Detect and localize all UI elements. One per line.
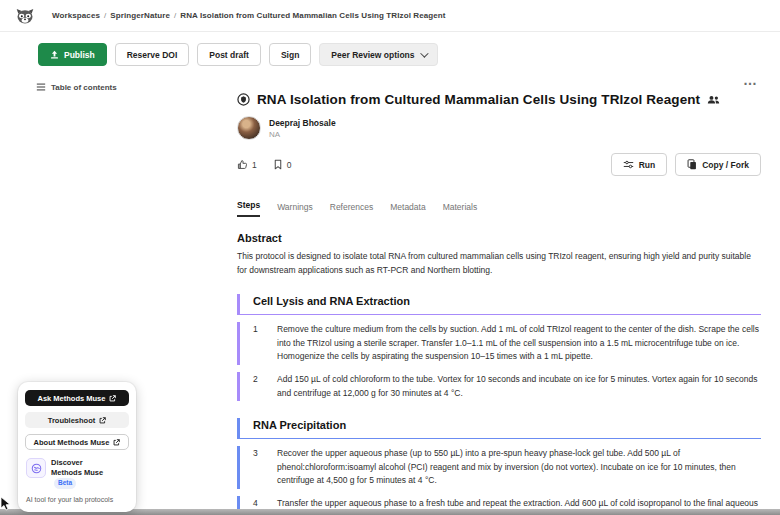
author-avatar (237, 116, 261, 140)
post-draft-button[interactable]: Post draft (197, 43, 261, 66)
discover-line2: Methods Muse (51, 468, 103, 477)
discover-line2-row: Methods MuseBeta (51, 468, 128, 489)
collaborators-icon (707, 94, 720, 105)
breadcrumb-workspace-name[interactable]: SpringerNature (110, 11, 170, 20)
about-methods-muse-label: About Methods Muse (34, 438, 110, 447)
upload-icon (50, 50, 59, 59)
bookmark-button[interactable]: 0 (273, 159, 292, 170)
sign-button[interactable]: Sign (269, 43, 311, 66)
protocol-status-icon (237, 93, 250, 106)
copy-fork-button[interactable]: Copy / Fork (675, 153, 761, 176)
thumbs-up-icon (237, 159, 248, 170)
tab-steps[interactable]: Steps (237, 200, 260, 217)
muse-caption: AI tool for your lab protocols (25, 495, 129, 505)
abstract-section: Abstract This protocol is designed to is… (237, 232, 761, 277)
discover-methods-muse[interactable]: Discover Methods MuseBeta (25, 456, 129, 489)
step-row: 1 Remove the culture medium from the cel… (237, 322, 761, 365)
copy-icon (687, 159, 697, 170)
tab-bar: Steps Warnings References Metadata Mater… (237, 200, 761, 217)
peer-review-options-button[interactable]: Peer Review options (319, 43, 437, 66)
raccoon-logo-icon[interactable] (14, 5, 36, 27)
post-draft-label: Post draft (209, 50, 249, 60)
sliders-icon (623, 160, 634, 169)
breadcrumb-workspaces[interactable]: Workspaces (52, 11, 100, 20)
about-methods-muse-button[interactable]: About Methods Muse (25, 434, 129, 450)
chevron-down-icon (420, 49, 428, 57)
run-button[interactable]: Run (611, 153, 668, 176)
brain-icon (26, 458, 46, 478)
page-title: RNA Isolation from Cultured Mammalian Ce… (257, 92, 700, 107)
sign-label: Sign (281, 50, 299, 60)
ask-methods-muse-label: Ask Methods Muse (38, 394, 106, 403)
step-number: 3 (253, 447, 277, 488)
step-number: 1 (253, 323, 277, 364)
action-toolbar: Publish Reserve DOI Post draft Sign Peer… (0, 32, 780, 66)
step-text: Recover the upper aqueous phase (up to 5… (277, 447, 761, 488)
external-link-icon (113, 439, 120, 446)
tab-warnings[interactable]: Warnings (277, 202, 313, 217)
step-text: Add 150 µL of cold chloroform to the tub… (277, 373, 761, 400)
peer-review-label: Peer Review options (331, 50, 414, 60)
title-row: RNA Isolation from Cultured Mammalian Ce… (237, 92, 761, 107)
bookmark-icon (273, 159, 283, 170)
table-of-contents-toggle[interactable]: Table of contents (36, 82, 117, 92)
reserve-doi-button[interactable]: Reserve DOI (115, 43, 190, 66)
protocol-main: RNA Isolation from Cultured Mammalian Ce… (237, 92, 761, 515)
action-buttons: Run Copy / Fork (611, 153, 761, 176)
publish-button[interactable]: Publish (38, 43, 107, 66)
section-title: Cell Lysis and RNA Extraction (237, 294, 761, 315)
stats-row: 1 0 Run Copy / Fork (237, 153, 761, 176)
step-row: 3 Recover the upper aqueous phase (up to… (237, 446, 761, 489)
troubleshoot-button[interactable]: Troubleshoot (25, 412, 129, 428)
author-name[interactable]: Deepraj Bhosale (269, 118, 336, 128)
step-row: 2 Add 150 µL of cold chloroform to the t… (237, 372, 761, 401)
top-header-bar: Workspaces / SpringerNature / RNA Isolat… (0, 0, 780, 32)
publish-label: Publish (64, 50, 95, 60)
breadcrumb-separator: / (174, 11, 176, 20)
external-link-icon (99, 417, 106, 424)
section-title: RNA Precipitation (237, 418, 761, 439)
list-icon (36, 82, 46, 92)
discover-text: Discover Methods MuseBeta (51, 458, 128, 489)
like-button[interactable]: 1 (237, 159, 257, 170)
like-count: 1 (252, 160, 257, 170)
abstract-text: This protocol is designed to isolate tot… (237, 250, 761, 277)
author-affiliation: NA (269, 130, 336, 139)
bookmark-count: 0 (287, 160, 292, 170)
beta-badge: Beta (54, 478, 76, 489)
breadcrumb: Workspaces / SpringerNature / RNA Isolat… (52, 11, 446, 20)
copy-fork-label: Copy / Fork (702, 160, 749, 170)
reserve-doi-label: Reserve DOI (127, 50, 178, 60)
step-number: 2 (253, 373, 277, 400)
table-of-contents-label: Table of contents (51, 83, 117, 92)
troubleshoot-label: Troubleshoot (48, 416, 96, 425)
ask-methods-muse-button[interactable]: Ask Methods Muse (25, 390, 129, 406)
overflow-menu-button[interactable]: … (743, 72, 758, 88)
tab-references[interactable]: References (330, 202, 373, 217)
step-text: Remove the culture medium from the cells… (277, 323, 761, 364)
section-cell-lysis: Cell Lysis and RNA Extraction 1 Remove t… (237, 294, 761, 401)
author-row: Deepraj Bhosale NA (237, 116, 761, 140)
section-rna-precipitation: RNA Precipitation 3 Recover the upper aq… (237, 418, 761, 515)
external-link-icon (109, 395, 116, 402)
tab-metadata[interactable]: Metadata (390, 202, 425, 217)
tab-materials[interactable]: Materials (443, 202, 477, 217)
breadcrumb-separator: / (104, 11, 106, 20)
abstract-heading: Abstract (237, 232, 761, 244)
author-info: Deepraj Bhosale NA (269, 118, 336, 139)
run-label: Run (639, 160, 656, 170)
breadcrumb-current-protocol: RNA Isolation from Cultured Mammalian Ce… (180, 11, 445, 20)
mouse-cursor (0, 497, 12, 511)
discover-line1: Discover (51, 458, 128, 468)
methods-muse-popup: Ask Methods Muse Troubleshoot About Meth… (18, 382, 136, 512)
